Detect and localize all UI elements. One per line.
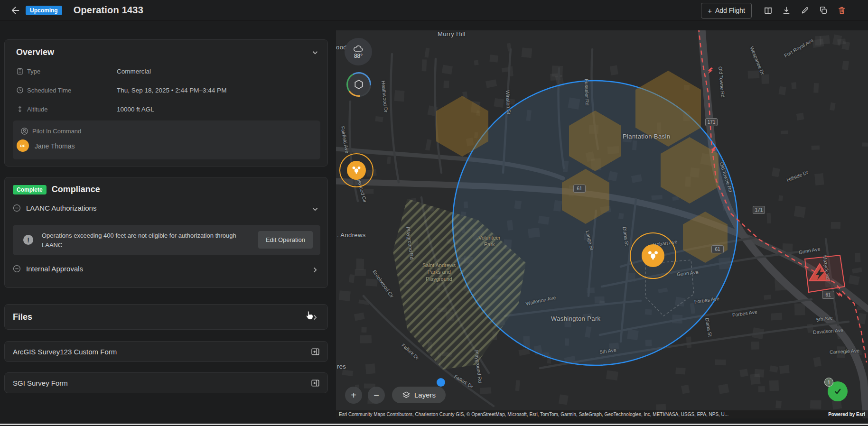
zoom-out-button[interactable]: − (368, 387, 385, 404)
back-button[interactable] (9, 4, 22, 17)
chevron-right-icon (311, 313, 319, 322)
book-open-icon (764, 6, 773, 15)
compliance-card: Complete Compliance LAANC Authorizations… (4, 177, 328, 288)
page-title: Operation 1433 (74, 5, 143, 16)
cloud-icon (353, 45, 364, 52)
chevron-down-icon (311, 48, 319, 57)
map[interactable]: Murry HillPlantation BasinWashington Par… (336, 30, 868, 418)
temperature-value: 88° (354, 53, 363, 59)
shape-tool-inner (348, 74, 370, 95)
plus-icon: + (708, 7, 712, 15)
clipboard-icon (16, 67, 24, 75)
overview-card: Overview Type Commercial Scheduled Time … (4, 39, 328, 167)
type-value: Commercial (117, 68, 151, 75)
delete-button[interactable] (833, 1, 851, 19)
files-title: Files (13, 312, 32, 322)
pencil-icon (801, 6, 809, 15)
collapse-minus-icon (13, 204, 21, 212)
weather-widget[interactable]: 88° (345, 38, 372, 65)
edit-operation-button[interactable] (796, 1, 814, 19)
check-icon (832, 386, 843, 397)
pilot-in-command-card: Pilot In Command DE Jane Thomas (13, 120, 320, 159)
top-bar-actions: + Add Flight (701, 0, 868, 21)
zoom-in-button[interactable]: + (345, 387, 362, 404)
layers-notification-dot (437, 378, 445, 387)
overview-row-type: Type Commercial (16, 66, 316, 76)
person-circle-icon (20, 127, 28, 135)
pilot-label-row: Pilot In Command (20, 127, 81, 135)
download-icon (782, 6, 791, 15)
complete-count-badge: 1 (824, 378, 833, 387)
top-bar: Upcoming Operation 1433 + Add Flight (0, 0, 868, 21)
compliance-title: Compliance (52, 185, 100, 194)
window-bottom-edge (0, 424, 868, 425)
operation-area-overlays (393, 71, 737, 370)
laanc-authorizations-label: LAANC Authorizations (26, 204, 96, 212)
status-badge: Upcoming (26, 6, 62, 15)
add-flight-button[interactable]: + Add Flight (701, 3, 752, 19)
pilot-in-command-label: Pilot In Command (32, 128, 81, 135)
compliance-header: Complete Compliance (13, 185, 100, 194)
back-arrow-icon (10, 6, 20, 15)
pilot-name: Jane Thomas (35, 142, 75, 150)
map-attribution-bar: Esri Community Maps Contributors, Charle… (336, 410, 868, 418)
laanc-collapse-button[interactable] (311, 205, 319, 213)
drone-icon (647, 250, 659, 262)
open-panel-icon[interactable] (311, 347, 320, 356)
laanc-warning-text: Operations exceeding 400 feet are not el… (42, 231, 241, 250)
drone-marker[interactable] (347, 161, 366, 180)
chevron-down-icon (311, 205, 319, 213)
drone-marker[interactable] (642, 244, 664, 267)
internal-approvals-expand-button[interactable] (311, 266, 319, 274)
sgi-form-title: SGI Survey Form (13, 379, 68, 387)
copy-icon (819, 6, 828, 15)
altitude-label: Altitude (27, 106, 47, 113)
scheduled-time-value: Thu, Sep 18, 2025 • 2:44 PM–3:44 PM (117, 87, 226, 94)
shape-tool-button[interactable] (346, 72, 371, 97)
internal-approvals-row[interactable]: Internal Approvals (13, 265, 319, 273)
operation-detail-page: { "colors": { "accent_blue": "#1f87e0", … (0, 0, 868, 426)
collapse-minus-icon (13, 265, 21, 273)
overview-row-scheduled: Scheduled Time Thu, Sep 18, 2025 • 2:44 … (16, 85, 316, 95)
laanc-authorizations-row[interactable]: LAANC Authorizations (13, 204, 319, 212)
arcgis-form-title: ArcGIS Survey123 Custom Form (13, 348, 117, 356)
add-flight-label: Add Flight (715, 7, 745, 14)
internal-approvals-label: Internal Approvals (26, 265, 83, 273)
flight-log-button[interactable] (759, 1, 777, 19)
pilot-avatar[interactable]: DE (17, 139, 29, 152)
duplicate-button[interactable] (814, 1, 832, 19)
chevron-right-icon (311, 266, 319, 274)
sgi-form-card[interactable]: SGI Survey Form (4, 372, 328, 393)
altitude-icon (16, 105, 24, 113)
files-card[interactable]: Files (4, 304, 328, 330)
altitude-value: 10000 ft AGL (117, 106, 154, 113)
attribution-text: Esri Community Maps Contributors, Charle… (339, 412, 728, 417)
overview-collapse-button[interactable] (311, 48, 319, 57)
clock-icon (16, 86, 24, 94)
type-label: Type (27, 68, 40, 75)
warning-icon: ! (23, 235, 33, 245)
edit-operation-button[interactable]: Edit Operation (258, 231, 313, 249)
trash-icon (838, 6, 846, 15)
layers-label: Layers (414, 391, 436, 399)
powered-by-esri: Powered by Esri (828, 412, 865, 417)
hexagon-icon (354, 79, 364, 90)
scheduled-time-label: Scheduled Time (27, 87, 71, 94)
arcgis-form-card[interactable]: ArcGIS Survey123 Custom Form (4, 341, 328, 362)
drone-icon (351, 165, 362, 176)
overview-title: Overview (16, 47, 54, 57)
laanc-warning-box: ! Operations exceeding 400 feet are not … (13, 225, 320, 255)
map-canvas (336, 30, 868, 418)
open-panel-icon[interactable] (311, 379, 320, 388)
files-expand-button[interactable] (311, 313, 319, 322)
layers-icon (402, 391, 411, 399)
layers-button[interactable]: Layers (392, 387, 446, 403)
compliance-status-badge: Complete (13, 185, 47, 194)
download-button[interactable] (777, 1, 795, 19)
overview-row-altitude: Altitude 10000 ft AGL (16, 104, 316, 114)
